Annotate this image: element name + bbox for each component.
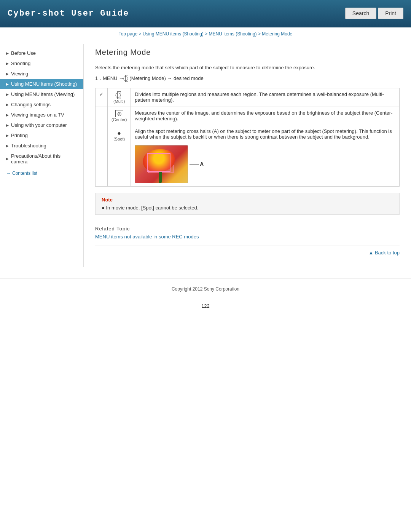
- page-title: Metering Mode: [95, 48, 400, 60]
- back-to-top-link[interactable]: ▲ Back to top: [368, 250, 400, 256]
- related-link-1[interactable]: MENU items not available in some REC mod…: [95, 234, 199, 240]
- sidebar-arrow: ▶: [6, 144, 9, 148]
- note-box: Note ● In movie mode, [Spot] cannot be s…: [95, 193, 400, 215]
- sidebar-item-changing-settings[interactable]: ▶ Changing settings: [0, 99, 83, 110]
- copyright-text: Copyright 2012 Sony Corporation: [172, 286, 239, 292]
- breadcrumb-link-metering[interactable]: Metering Mode: [262, 31, 292, 37]
- spot-a-label: A: [200, 161, 204, 167]
- back-to-top: ▲ Back to top: [95, 246, 400, 259]
- contents-list-label: Contents list: [12, 171, 37, 176]
- center-description: Measures the center of the image, and de…: [131, 107, 400, 125]
- header: Cyber-shot User Guide Search Print: [0, 0, 411, 27]
- header-buttons: Search Print: [345, 8, 403, 19]
- sidebar-arrow: ▶: [6, 157, 9, 161]
- sidebar-label-computer: Using with your computer: [11, 122, 67, 128]
- main-layout: ▶ Before Use ▶ Shooting ▶ Viewing ▶ Usin…: [0, 40, 411, 271]
- sidebar-arrow: ▶: [6, 62, 9, 66]
- multi-label: (Multi): [112, 99, 127, 104]
- sidebar-item-printing[interactable]: ▶ Printing: [0, 130, 83, 141]
- breadcrumb: Top page > Using MENU items (Shooting) >…: [0, 27, 411, 40]
- note-title: Note: [102, 197, 393, 203]
- center-label: (Center): [112, 117, 127, 122]
- search-button[interactable]: Search: [345, 8, 376, 19]
- sidebar-item-shooting[interactable]: ▶ Shooting: [0, 58, 83, 69]
- check-cell-multi: ✓: [96, 88, 108, 107]
- app-title: Cyber-shot User Guide: [8, 9, 129, 18]
- sidebar-label-changing-settings: Changing settings: [11, 102, 51, 107]
- spot-label: (Spot): [112, 137, 127, 141]
- sidebar-label-before-use: Before Use: [11, 50, 36, 56]
- icon-cell-center: ◎ (Center): [108, 107, 131, 125]
- spot-description-cell: Align the spot metering cross hairs (A) …: [131, 125, 400, 187]
- sidebar-label-shooting: Shooting: [11, 61, 30, 66]
- note-bullet-1: ● In movie mode, [Spot] cannot be select…: [102, 205, 393, 211]
- sidebar-item-precautions[interactable]: ▶ Precautions/About this camera: [0, 151, 83, 167]
- checkmark-icon: ✓: [99, 91, 104, 97]
- sidebar-label-printing: Printing: [11, 133, 28, 138]
- sidebar-arrow: ▶: [6, 93, 9, 96]
- spot-image-container: A: [135, 145, 395, 183]
- menu-step: 1．MENU → ⃝ (Metering Mode) → desired mod…: [95, 75, 400, 82]
- spot-image: [135, 145, 188, 183]
- breadcrumb-link-menu-items[interactable]: MENU items (Shooting): [209, 31, 257, 37]
- table-row: ◎ (Center) Measures the center of the im…: [96, 107, 400, 125]
- footer: Copyright 2012 Sony Corporation: [0, 278, 411, 299]
- breadcrumb-link-top[interactable]: Top page: [119, 31, 137, 37]
- check-cell-center: [96, 107, 108, 125]
- multi-icon: ⃝: [117, 91, 121, 99]
- sidebar-label-viewing: Viewing: [11, 71, 28, 77]
- print-button[interactable]: Print: [378, 8, 403, 19]
- breadcrumb-link-using-menu[interactable]: Using MENU items (Shooting): [143, 31, 204, 37]
- spot-description-text: Align the spot metering cross hairs (A) …: [135, 128, 395, 140]
- sidebar-item-troubleshooting[interactable]: ▶ Troubleshooting: [0, 141, 83, 151]
- sidebar-label-precautions: Precautions/About this camera: [11, 153, 77, 165]
- page-number: 122: [0, 299, 411, 313]
- sidebar-arrow: ▶: [6, 103, 9, 107]
- spot-line: [190, 164, 199, 165]
- table-row: ✓ ⃝ (Multi) Divides into multiple region…: [96, 88, 400, 107]
- icon-cell-spot: ● (Spot): [108, 125, 131, 187]
- spot-line-container: A: [190, 161, 204, 167]
- center-icon: ◎: [115, 110, 123, 117]
- content-area: Metering Mode Selects the metering mode …: [84, 44, 411, 267]
- table-row: ● (Spot) Align the spot metering cross h…: [96, 125, 400, 187]
- sidebar: ▶ Before Use ▶ Shooting ▶ Viewing ▶ Usin…: [0, 44, 84, 267]
- metering-table: ✓ ⃝ (Multi) Divides into multiple region…: [95, 88, 400, 187]
- sidebar-label-using-menu-viewing: Using MENU items (Viewing): [11, 91, 75, 97]
- contents-list-link[interactable]: → Contents list: [0, 167, 83, 180]
- sidebar-arrow: ▶: [6, 72, 9, 76]
- sidebar-arrow: ▶: [6, 51, 9, 55]
- sidebar-item-viewing-tv[interactable]: ▶ Viewing images on a TV: [0, 110, 83, 120]
- sidebar-label-viewing-tv: Viewing images on a TV: [11, 112, 64, 118]
- sidebar-item-viewing[interactable]: ▶ Viewing: [0, 69, 83, 79]
- check-cell-spot: [96, 125, 108, 187]
- sidebar-arrow: ▶: [6, 82, 9, 86]
- sidebar-item-before-use[interactable]: ▶ Before Use: [0, 48, 83, 58]
- related-section: Related Topic MENU items not available i…: [95, 221, 400, 240]
- sidebar-label-using-menu-shooting: Using MENU items (Shooting): [11, 81, 77, 87]
- sidebar-item-using-menu-viewing[interactable]: ▶ Using MENU items (Viewing): [0, 89, 83, 99]
- multi-description: Divides into multiple regions and measur…: [131, 88, 400, 107]
- sidebar-arrow: ▶: [6, 123, 9, 127]
- icon-cell-multi: ⃝ (Multi): [108, 88, 131, 107]
- sidebar-item-using-menu-shooting[interactable]: ▶ Using MENU items (Shooting): [0, 79, 83, 89]
- intro-text: Selects the metering mode that sets whic…: [95, 65, 400, 70]
- arrow-right-icon: →: [6, 171, 11, 176]
- sidebar-arrow: ▶: [6, 113, 9, 117]
- sidebar-label-troubleshooting: Troubleshooting: [11, 143, 46, 149]
- spot-icon: ●: [112, 130, 127, 137]
- spot-box: [147, 153, 170, 172]
- sidebar-item-computer[interactable]: ▶ Using with your computer: [0, 120, 83, 130]
- sidebar-arrow: ▶: [6, 134, 9, 137]
- related-topic-title: Related Topic: [95, 226, 400, 232]
